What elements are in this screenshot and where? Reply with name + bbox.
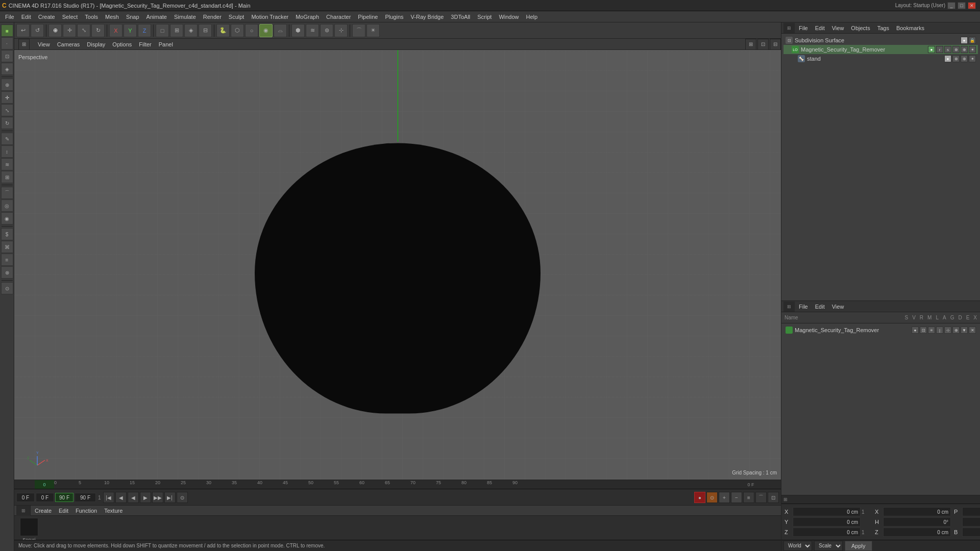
- menu-3dtoall[interactable]: 3DToAll: [448, 13, 473, 21]
- tool-brush[interactable]: ≋: [1, 158, 13, 170]
- attr-tag1[interactable]: ●: [912, 327, 919, 334]
- play-btn[interactable]: ▶: [140, 492, 151, 503]
- undo-btn[interactable]: ↩: [16, 24, 30, 37]
- world-dropdown[interactable]: World: [783, 541, 812, 551]
- menu-create[interactable]: Create: [35, 13, 58, 21]
- viewport-icon-fullscreen[interactable]: ⊡: [757, 39, 769, 50]
- menu-mograph[interactable]: MoGraph: [292, 13, 322, 21]
- obj-menu-objects[interactable]: Objects: [848, 24, 873, 32]
- mode-edges-btn[interactable]: ⊡: [1, 50, 13, 62]
- menu-simulate[interactable]: Simulate: [171, 13, 199, 21]
- del-keyframe-btn[interactable]: −: [731, 492, 742, 503]
- live-select-btn[interactable]: ⊕: [48, 24, 62, 37]
- tool-move[interactable]: ✛: [1, 91, 13, 104]
- menu-character[interactable]: Character: [323, 13, 354, 21]
- tool-extra[interactable]: ≡: [1, 254, 13, 266]
- menu-help[interactable]: Help: [523, 13, 541, 21]
- add-keyframe-btn[interactable]: +: [719, 492, 730, 503]
- tool-spline-pen[interactable]: ✎: [1, 133, 13, 145]
- close-button[interactable]: ✕: [968, 2, 976, 9]
- record-btn[interactable]: ⊙: [177, 492, 188, 503]
- y-axis-btn[interactable]: Y: [124, 24, 137, 37]
- attr-tag5[interactable]: ⊹: [944, 327, 951, 334]
- attr-menu-edit[interactable]: Edit: [812, 303, 828, 311]
- tool-bend[interactable]: ⌒: [1, 187, 13, 199]
- goto-start-btn[interactable]: |◀: [103, 492, 114, 503]
- menu-tools[interactable]: Tools: [82, 13, 101, 21]
- mode-points-btn[interactable]: ·: [1, 37, 13, 49]
- obj-menu-bookmarks[interactable]: Bookmarks: [893, 24, 927, 32]
- sweep-btn[interactable]: ≋: [306, 24, 319, 37]
- keyframe-btn[interactable]: ⊙: [706, 492, 718, 503]
- menu-render[interactable]: Render: [200, 13, 225, 21]
- coord-p-input[interactable]: [962, 507, 980, 516]
- menu-snap[interactable]: Snap: [123, 13, 142, 21]
- menu-vray-bridge[interactable]: V-Ray Bridge: [408, 13, 447, 21]
- material-menu-create[interactable]: Create: [32, 507, 55, 515]
- mode-poly-btn[interactable]: ◈: [1, 63, 13, 75]
- spline-btn[interactable]: ⌓: [274, 24, 287, 37]
- menu-mesh[interactable]: Mesh: [102, 13, 122, 21]
- viewport-menu-panel[interactable]: Panel: [156, 40, 176, 48]
- obj-menu-tags[interactable]: Tags: [874, 24, 892, 32]
- coord-sz-input[interactable]: [883, 528, 951, 537]
- obj-tag-r[interactable]: r: [936, 46, 943, 53]
- menu-edit[interactable]: Edit: [18, 13, 34, 21]
- render2-btn[interactable]: ⊟: [199, 24, 212, 37]
- prev-keyframe-btn[interactable]: ◀: [115, 492, 127, 503]
- menu-pipeline[interactable]: Pipeline: [355, 13, 381, 21]
- viewport[interactable]: Perspective X Z Y Grid Spacing : 1 cm: [14, 50, 781, 480]
- tool-extra2[interactable]: ⊗: [1, 266, 13, 279]
- texture-btn[interactable]: ⊹: [334, 24, 348, 37]
- coord-h-input[interactable]: [883, 517, 951, 527]
- attr-menu-file[interactable]: File: [796, 303, 811, 311]
- menu-plugins[interactable]: Plugins: [382, 13, 406, 21]
- loft-btn[interactable]: ⊚: [320, 24, 333, 37]
- obj-tag-lock3[interactable]: ⊗: [952, 55, 960, 62]
- timeline-ruler[interactable]: 0 0 5 10 15 20 25 30 35 40 45 50 5: [14, 480, 781, 489]
- object-btn[interactable]: □: [156, 24, 169, 37]
- viewport-menu-icon[interactable]: ⊞: [18, 39, 30, 50]
- obj-item-stand[interactable]: 🦴 stand ● ⊗ ⊕ ✶: [783, 54, 978, 63]
- timeline-settings-btn[interactable]: ≡: [743, 492, 754, 503]
- play-forward-btn[interactable]: ▶▶: [152, 492, 163, 503]
- material-menu-texture[interactable]: Texture: [101, 507, 126, 515]
- obj-tag-s[interactable]: s: [944, 46, 951, 53]
- tool-rotate[interactable]: ↻: [1, 117, 13, 129]
- scale-btn[interactable]: ⤡: [77, 24, 90, 37]
- menu-file[interactable]: File: [2, 13, 17, 21]
- menu-window[interactable]: Window: [496, 13, 522, 21]
- tool-move2[interactable]: ↕: [1, 145, 13, 158]
- obj-tag-extra3[interactable]: ✶: [969, 46, 976, 53]
- render-btn[interactable]: ◈: [184, 24, 198, 37]
- obj-tag-lock[interactable]: 🔒: [969, 37, 976, 44]
- python-btn[interactable]: 🐍: [216, 24, 230, 37]
- menu-script[interactable]: Script: [474, 13, 495, 21]
- redo-btn[interactable]: ↺: [31, 24, 44, 37]
- obj-item-subdivision[interactable]: ⊡ Subdivision Surface ● 🔒: [783, 36, 978, 45]
- coord-z-input[interactable]: [793, 528, 861, 537]
- auto-record-btn[interactable]: ●: [694, 492, 705, 503]
- scale-dropdown[interactable]: Scale: [814, 541, 843, 551]
- attr-tag7[interactable]: ▼: [961, 327, 968, 334]
- obj-menu-file[interactable]: File: [796, 24, 811, 32]
- obj-tag-vis2[interactable]: ●: [928, 46, 935, 53]
- viewport-icon-layout[interactable]: ⊞: [745, 39, 756, 50]
- viewport-menu-options[interactable]: Options: [109, 40, 135, 48]
- obj-menu-edit[interactable]: Edit: [812, 24, 828, 32]
- cylinder-btn[interactable]: ◉: [259, 24, 273, 37]
- viewport-menu-display[interactable]: Display: [84, 40, 108, 48]
- current-frame-input[interactable]: [16, 493, 35, 502]
- menu-animate[interactable]: Animate: [143, 13, 170, 21]
- light-btn[interactable]: ☀: [366, 24, 380, 37]
- menu-select[interactable]: Select: [59, 13, 81, 21]
- attr-row-magnetic[interactable]: Magnetic_Security_Tag_Remover ● ⊡ ≡ | ⊹ …: [783, 325, 978, 335]
- mode-object-btn[interactable]: ■: [1, 24, 13, 37]
- tool-camera[interactable]: ◎: [1, 199, 13, 212]
- obj-tag-extra5[interactable]: ✶: [969, 55, 976, 62]
- attr-tag2[interactable]: ⊡: [920, 327, 927, 334]
- goto-end-btn[interactable]: ▶|: [164, 492, 176, 503]
- attr-tag3[interactable]: ≡: [928, 327, 935, 334]
- minimize-button[interactable]: _: [947, 2, 955, 9]
- end-frame-input-1[interactable]: [55, 493, 74, 502]
